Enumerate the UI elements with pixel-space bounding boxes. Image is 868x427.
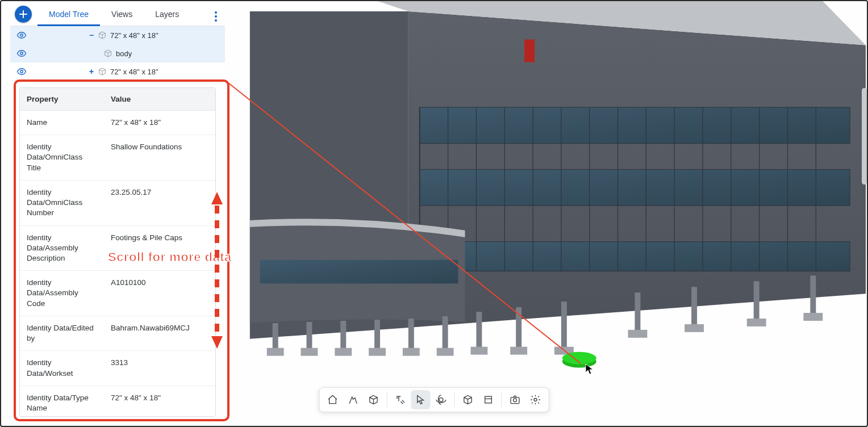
settings-button[interactable]	[526, 390, 545, 409]
property-row[interactable]: Identity Data/OmniClass TitleShallow Fou…	[20, 135, 215, 181]
svg-rect-36	[267, 348, 284, 356]
panel-menu-button[interactable]	[212, 9, 219, 24]
svg-rect-28	[443, 316, 448, 350]
property-key: Identity Data/OmniClass Number	[20, 181, 104, 225]
tab-views[interactable]: Views	[100, 2, 144, 26]
expand-icon[interactable]: +	[87, 67, 95, 76]
svg-rect-29	[476, 312, 482, 349]
svg-rect-31	[561, 302, 567, 349]
property-row[interactable]: Name72" x 48" x 18"	[20, 111, 215, 135]
svg-rect-43	[510, 347, 527, 355]
svg-point-58	[514, 399, 517, 402]
tree-row[interactable]: body	[10, 44, 225, 62]
svg-rect-5	[420, 169, 850, 206]
svg-rect-34	[754, 281, 760, 321]
toolbar-separator	[502, 392, 502, 407]
add-button[interactable]	[15, 6, 32, 23]
svg-point-49	[562, 352, 596, 365]
model-tree[interactable]: − 72" x 48" x 18" body	[10, 26, 225, 81]
property-value: 72" x 48" x 18"	[104, 111, 215, 135]
property-key: Identity Data/Assembly Code	[20, 271, 104, 316]
property-row[interactable]: Identity Data/Edited byBahram.Nawabi69MC…	[20, 316, 215, 351]
visibility-toggle[interactable]	[10, 66, 33, 77]
tab-layers[interactable]: Layers	[144, 2, 190, 26]
cursor-icon	[585, 363, 594, 377]
property-row[interactable]: Identity Data/OmniClass Number23.25.05.1…	[20, 181, 215, 226]
svg-rect-40	[403, 348, 420, 356]
panel-scrollbar[interactable]	[862, 88, 867, 185]
render-mode-button[interactable]	[364, 390, 383, 409]
svg-text:a: a	[396, 395, 399, 400]
svg-point-55	[439, 398, 443, 402]
collapse-icon[interactable]: −	[87, 31, 95, 40]
svg-rect-30	[516, 307, 521, 349]
element-icon	[98, 31, 107, 40]
tree-label: 72" x 48" x 18"	[110, 31, 158, 40]
svg-rect-24	[307, 322, 312, 350]
walk-view-button[interactable]	[344, 390, 363, 409]
property-value: 23.25.05.17	[104, 181, 215, 225]
svg-rect-32	[635, 292, 640, 332]
property-row[interactable]: Identity Data/Assembly CodeA1010100	[20, 271, 215, 316]
svg-rect-37	[301, 348, 318, 356]
svg-rect-45	[628, 330, 647, 338]
select-button[interactable]	[411, 390, 431, 409]
svg-rect-4	[420, 107, 850, 144]
property-value: Shallow Foundations	[104, 135, 215, 180]
svg-rect-42	[470, 347, 487, 355]
property-value: Bahram.Nawabi69MCJ	[104, 316, 215, 350]
tree-label: body	[116, 49, 132, 58]
home-view-button[interactable]	[323, 390, 343, 409]
svg-rect-56	[485, 396, 492, 403]
col-header-property: Property	[20, 88, 104, 110]
section-box-button[interactable]	[479, 390, 498, 409]
tab-model-tree[interactable]: Model Tree	[37, 2, 100, 26]
property-key: Identity Data/Workset	[20, 351, 104, 385]
property-key: Identity Data/Edited by	[20, 316, 104, 350]
property-key: Identity Data/OmniClass Title	[20, 135, 104, 180]
toolbar-separator	[387, 392, 387, 407]
svg-rect-41	[437, 348, 454, 356]
svg-rect-33	[691, 287, 697, 326]
svg-rect-27	[408, 319, 414, 350]
svg-rect-38	[335, 348, 352, 356]
svg-rect-39	[369, 348, 386, 356]
element-icon	[98, 67, 107, 76]
orbit-button[interactable]	[432, 390, 451, 409]
svg-rect-3	[524, 40, 535, 62]
svg-rect-25	[340, 321, 346, 350]
properties-header: Property Value	[20, 88, 215, 111]
property-row[interactable]: Identity Data/Workset3313	[20, 351, 215, 386]
viewport-toolbar: a	[319, 387, 549, 412]
svg-point-59	[534, 399, 537, 401]
left-panel: Model Tree Views Layers − 72" x 48" x 18…	[10, 2, 225, 81]
svg-rect-46	[685, 324, 704, 332]
svg-point-52	[20, 52, 23, 55]
property-key: Name	[20, 111, 104, 135]
svg-point-53	[20, 70, 23, 73]
tree-row[interactable]: + 72" x 48" x 18"	[10, 62, 225, 81]
svg-rect-48	[803, 313, 823, 321]
svg-rect-22	[260, 260, 458, 284]
tree-label: 72" x 48" x 18"	[110, 68, 158, 76]
svg-rect-47	[747, 319, 766, 326]
isometric-button[interactable]	[458, 390, 478, 409]
property-row[interactable]: Identity Data/Type Name72" x 48" x 18"	[20, 386, 215, 417]
annotation-cursor-button[interactable]: a	[391, 390, 410, 409]
building-render	[227, 0, 866, 425]
svg-rect-35	[810, 275, 816, 315]
svg-rect-23	[273, 323, 278, 350]
annotation-scroll-arrow	[211, 192, 222, 349]
screenshot-button[interactable]	[506, 390, 525, 409]
col-header-value: Value	[104, 88, 215, 110]
svg-point-51	[20, 34, 23, 37]
svg-rect-6	[420, 242, 850, 271]
visibility-toggle[interactable]	[10, 30, 33, 40]
property-key: Identity Data/Type Name	[20, 386, 104, 417]
svg-rect-26	[374, 320, 380, 350]
visibility-toggle[interactable]	[10, 48, 33, 58]
element-icon	[103, 49, 112, 58]
panel-tabs: Model Tree Views Layers	[10, 2, 225, 26]
tree-row[interactable]: − 72" x 48" x 18"	[10, 26, 225, 44]
toolbar-separator	[454, 392, 455, 407]
